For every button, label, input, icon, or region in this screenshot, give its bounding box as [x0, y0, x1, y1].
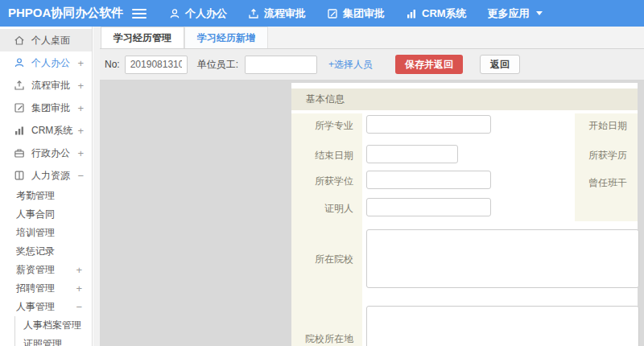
sidebar-item-training-mgmt[interactable]: 培训管理 [0, 224, 92, 242]
school-textarea[interactable] [366, 229, 639, 288]
sidebar-item-label: 人事档案管理 [23, 319, 81, 332]
major-label: 所学专业 [291, 119, 353, 133]
sidebar: 个人桌面 个人办公 + 流程审批 + 集团审批 + CRM系统 + 行政办公 +… [0, 27, 93, 346]
briefcase-icon [14, 147, 25, 159]
sidebar-item-label: 招聘管理 [16, 282, 55, 295]
topnav-label: CRM系统 [422, 6, 467, 21]
degree-label: 所获学位 [291, 175, 353, 188]
menu-toggle-icon[interactable] [132, 9, 147, 19]
expand-icon[interactable]: + [77, 147, 84, 159]
top-nav: 个人办公 流程审批 集团审批 CRM系统 更多应用 [169, 6, 543, 21]
topnav-label: 个人办公 [185, 6, 227, 21]
sidebar-item-label: 培训管理 [16, 226, 55, 240]
form-body: 所学专业 结束日期 所获学位 证明人 所在院校 院校所在地 开始日期 所获学历 … [291, 113, 638, 343]
chart-icon [14, 125, 25, 136]
sidebar-item-recruit-mgmt[interactable]: 招聘管理 + [0, 279, 92, 298]
flow-icon [248, 8, 259, 19]
class-cadre-label: 曾任班干 [575, 176, 627, 190]
no-label: No: [105, 59, 120, 70]
edit-icon [14, 102, 25, 113]
school-location-textarea[interactable] [366, 306, 639, 346]
user-icon [169, 8, 180, 19]
chart-icon [406, 8, 417, 19]
sidebar-item-hr[interactable]: 人力资源 − [0, 164, 92, 187]
topnav-item-workflow-approval[interactable]: 流程审批 [248, 6, 306, 21]
start-date-label: 开始日期 [575, 119, 627, 133]
school-location-label: 院校所在地 [291, 332, 353, 346]
sidebar-item-group-approval[interactable]: 集团审批 + [0, 97, 92, 119]
tab-study-history-new[interactable]: 学习经历新增 [184, 27, 268, 48]
sidebar-item-salary-mgmt[interactable]: 薪资管理 + [0, 261, 92, 279]
sidebar-item-personnel-mgmt[interactable]: 人事管理 − [0, 298, 92, 316]
top-bar: PHPOA协同办公软件 个人办公 流程审批 集团审批 CRM系统 更多应用 [0, 0, 644, 27]
expand-icon[interactable]: + [77, 125, 84, 137]
sidebar-item-hr-contract[interactable]: 人事合同 [0, 205, 92, 224]
sidebar-item-crm[interactable]: CRM系统 + [0, 119, 92, 142]
back-button[interactable]: 返回 [480, 55, 520, 74]
select-person-link[interactable]: +选择人员 [328, 58, 373, 72]
user-icon [14, 57, 25, 68]
tab-bar: 学习经历管理 学习经历新增 [100, 27, 644, 49]
topnav-item-crm[interactable]: CRM系统 [406, 6, 467, 21]
sidebar-item-label: CRM系统 [31, 124, 72, 138]
form-panel: 基本信息 所学专业 结束日期 所获学位 证明人 所在院校 院校所在地 开始日期 … [291, 83, 638, 346]
expand-icon[interactable]: + [77, 102, 84, 114]
section-title: 基本信息 [291, 89, 638, 110]
topnav-label: 更多应用 [488, 6, 530, 21]
no-input[interactable] [125, 56, 188, 74]
sidebar-item-personnel-archive-mgmt[interactable]: 人事档案管理 [15, 316, 92, 335]
topnav-label: 集团审批 [343, 6, 385, 21]
caret-down-icon [536, 11, 543, 15]
app-logo: PHPOA协同办公软件 [0, 6, 127, 21]
sidebar-item-label: 证照管理 [23, 337, 62, 346]
end-date-input[interactable] [366, 145, 458, 163]
expand-icon[interactable]: + [76, 264, 82, 276]
save-and-return-button[interactable]: 保存并返回 [395, 55, 463, 74]
major-input[interactable] [366, 115, 491, 134]
degree-input[interactable] [366, 171, 491, 189]
home-icon [14, 35, 25, 46]
sidebar-item-certificate-mgmt[interactable]: 证照管理 [15, 335, 92, 346]
certifier-input[interactable] [366, 198, 491, 216]
topnav-item-personal-office[interactable]: 个人办公 [169, 6, 227, 21]
topnav-item-more-apps[interactable]: 更多应用 [488, 6, 543, 21]
employee-input[interactable] [245, 56, 317, 74]
sidebar-item-label: 流程审批 [31, 79, 70, 93]
expand-icon[interactable]: − [77, 170, 84, 182]
school-label: 所在院校 [291, 253, 353, 266]
form-toolbar: No: 单位员工: +选择人员 保存并返回 返回 [100, 49, 644, 80]
sidebar-item-label: 集团审批 [31, 101, 70, 115]
sidebar-subtree: 人事档案管理 证照管理 [14, 316, 92, 346]
main-area: 学习经历管理 学习经历新增 No: 单位员工: +选择人员 保存并返回 返回 基… [93, 27, 644, 346]
sidebar-item-label: 人力资源 [31, 169, 70, 183]
employee-label: 单位员工: [197, 58, 238, 72]
sidebar-item-admin-office[interactable]: 行政办公 + [0, 142, 92, 164]
sidebar-item-workflow-approval[interactable]: 流程审批 + [0, 74, 92, 97]
education-label: 所获学历 [575, 149, 627, 163]
edit-icon [327, 8, 338, 19]
sidebar-item-label: 奖惩记录 [16, 245, 55, 258]
sidebar-item-label: 个人办公 [31, 56, 70, 70]
sidebar-item-label: 人事管理 [16, 300, 55, 314]
tab-study-history-mgmt[interactable]: 学习经历管理 [101, 27, 184, 48]
book-icon [14, 170, 25, 181]
flow-icon [14, 80, 25, 91]
topnav-item-group-approval[interactable]: 集团审批 [327, 6, 385, 21]
sidebar-item-label: 薪资管理 [16, 263, 55, 277]
expand-icon[interactable]: + [77, 57, 84, 69]
expand-icon[interactable]: + [76, 282, 82, 295]
sidebar-item-label: 个人桌面 [31, 34, 70, 47]
end-date-label: 结束日期 [291, 149, 353, 163]
sidebar-item-reward-punishment[interactable]: 奖惩记录 [0, 242, 92, 261]
sidebar-item-label: 考勤管理 [16, 189, 55, 203]
sidebar-item-personal-desktop[interactable]: 个人桌面 [0, 29, 92, 51]
expand-icon[interactable]: − [76, 301, 82, 313]
sidebar-item-personal-office[interactable]: 个人办公 + [0, 51, 92, 74]
topnav-label: 流程审批 [264, 6, 306, 21]
sidebar-item-label: 行政办公 [31, 146, 70, 160]
expand-icon[interactable]: + [77, 80, 84, 92]
scrollbar-track[interactable] [93, 27, 100, 346]
sidebar-item-attendance-mgmt[interactable]: 考勤管理 [0, 187, 92, 205]
sidebar-item-label: 人事合同 [16, 208, 55, 221]
certifier-label: 证明人 [291, 202, 353, 216]
